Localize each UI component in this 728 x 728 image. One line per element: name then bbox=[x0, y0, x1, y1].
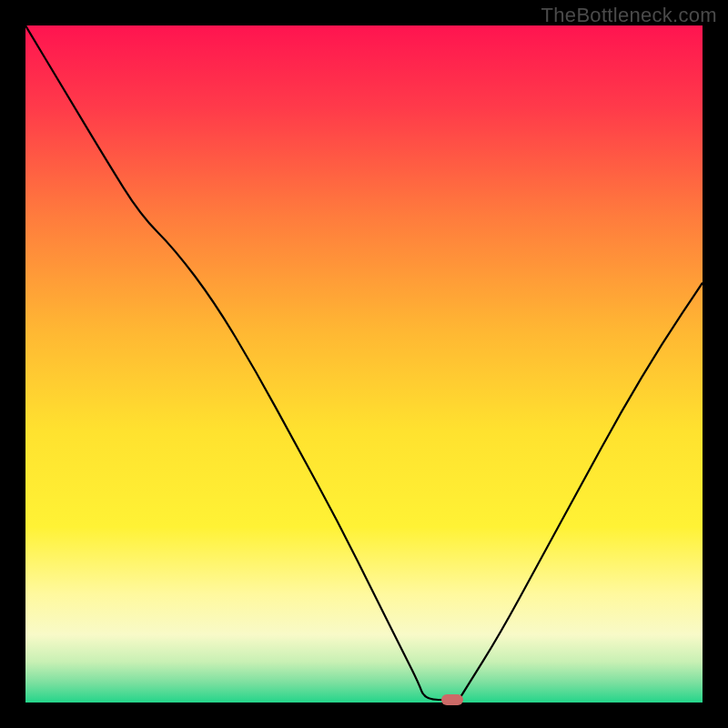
optimal-point-marker bbox=[441, 694, 463, 705]
attribution-text: TheBottleneck.com bbox=[541, 4, 717, 27]
chart-background bbox=[25, 25, 703, 703]
chart-plot bbox=[25, 25, 703, 703]
